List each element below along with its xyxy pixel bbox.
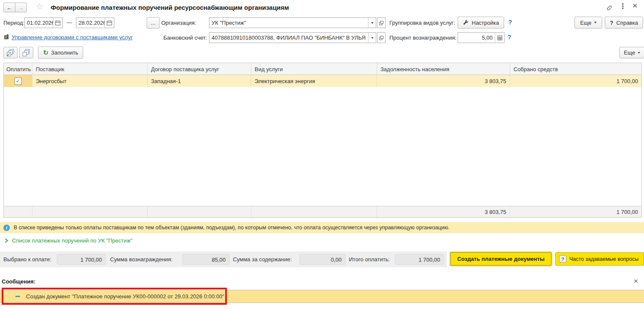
period-to-input[interactable]: 28.02.2026 xyxy=(76,17,114,28)
chevron-down-icon xyxy=(594,22,597,23)
period-more-button[interactable]: ... xyxy=(147,17,160,29)
debt-cell[interactable]: 3 803,75 xyxy=(377,75,510,87)
messages-title: Сообщения: xyxy=(2,278,35,285)
chevron-right-icon xyxy=(4,238,9,243)
grouping-help-icon[interactable]: ? xyxy=(508,19,512,26)
column-header-service[interactable]: Вид услуги xyxy=(251,63,377,75)
check-all-icon: ✓ xyxy=(7,49,14,56)
table-row[interactable]: ✓ Энергосбыт Западная-1 Электрическая эн… xyxy=(4,75,641,87)
column-header-pay[interactable]: Оплатить xyxy=(4,63,32,75)
close-icon[interactable]: × xyxy=(632,1,638,11)
total-value: 1 700,00 xyxy=(395,254,444,265)
page-title: Формирование платежных поручений ресурсо… xyxy=(51,4,289,11)
fee-value: 85,00 xyxy=(183,254,229,265)
calendar-icon[interactable] xyxy=(104,18,114,28)
table-empty-area xyxy=(4,87,641,206)
maintenance-value: 0,00 xyxy=(299,254,345,265)
chevron-down-icon[interactable] xyxy=(368,18,376,28)
more-menu-icon[interactable]: ⋮ xyxy=(619,2,626,10)
question-box-icon: ? xyxy=(559,255,566,263)
pay-checkbox[interactable]: ✓ xyxy=(15,78,22,85)
grouping-settings-label: Настройка xyxy=(472,20,499,26)
column-header-debt[interactable]: Задолженность населения xyxy=(377,63,510,75)
contract-cell[interactable]: Западная-1 xyxy=(148,75,251,87)
percent-help-icon[interactable]: ? xyxy=(508,34,511,40)
fill-button[interactable]: ↻ Заполнить xyxy=(38,46,83,59)
uncheck-all-icon xyxy=(23,49,30,56)
back-button[interactable]: ← xyxy=(3,3,15,12)
table-header-row: Оплатить Поставщик Договор поставщика ус… xyxy=(4,63,641,75)
selected-value: 1 700,00 xyxy=(57,254,106,265)
period-from-input[interactable]: 01.02.2026 xyxy=(24,17,63,28)
more-label: Еще xyxy=(624,49,635,56)
total-label: Итого оплатить: xyxy=(349,256,390,263)
percent-value[interactable]: 5,00 xyxy=(458,33,495,43)
payment-orders-link-label: Список платежных поручений по УК "Прести… xyxy=(12,237,133,244)
maintenance-label: Сумма за содержание: xyxy=(233,256,292,263)
period-label: Период: xyxy=(3,20,24,26)
contracts-icon xyxy=(3,34,9,41)
calendar-icon[interactable] xyxy=(53,18,62,28)
more-label: Еще xyxy=(580,20,591,26)
info-banner: i В списке приведены только оплаты поста… xyxy=(0,222,644,233)
payment-orders-group-link[interactable]: Список платежных поручений по УК "Прести… xyxy=(4,237,133,244)
back-arrow-icon: ← xyxy=(6,4,12,11)
collected-cell[interactable]: 1 700,00 xyxy=(510,75,641,87)
create-payment-documents-button[interactable]: Создать платежные документы xyxy=(450,252,551,266)
nav-history-group: ← → xyxy=(3,3,27,12)
organization-open-button[interactable] xyxy=(377,17,386,28)
help-label: Справка xyxy=(616,20,638,26)
check-icon: ✓ xyxy=(16,78,20,84)
organization-label: Организация: xyxy=(161,20,196,26)
more-button-top[interactable]: Еще xyxy=(574,17,602,29)
column-header-collected[interactable]: Собрано средств xyxy=(510,63,641,75)
period-from-value[interactable]: 01.02.2026 xyxy=(25,18,53,28)
check-all-button[interactable]: ✓ xyxy=(3,47,17,58)
payments-table: Оплатить Поставщик Договор поставщика ус… xyxy=(3,63,642,218)
message-row[interactable]: Создан документ "Платежное поручение УК0… xyxy=(0,290,644,303)
column-header-contract[interactable]: Договор поставщика услуг xyxy=(148,63,251,75)
period-separator: — xyxy=(67,19,72,26)
fee-label: Сумма вознаграждения: xyxy=(110,256,172,263)
organization-value[interactable]: УК "Престиж" xyxy=(209,18,368,28)
bank-account-open-button[interactable] xyxy=(377,32,386,43)
fill-label: Заполнить xyxy=(51,49,78,56)
table-totals-row: 3 803,75 1 700,00 xyxy=(4,206,641,217)
favorite-star-icon[interactable]: ☆ xyxy=(36,2,44,11)
refresh-icon: ↻ xyxy=(43,49,49,56)
chevron-down-icon xyxy=(638,52,640,54)
wrench-icon xyxy=(463,20,469,26)
uncheck-all-button[interactable] xyxy=(19,47,33,58)
service-cell[interactable]: Электрическая энергия xyxy=(251,75,377,87)
message-bullet-icon xyxy=(15,296,20,297)
bank-account-value[interactable]: 40788810910180003788, ФИЛИАЛ ПАО "БИНБАН… xyxy=(209,33,368,43)
more-button-toolbar[interactable]: Еще xyxy=(619,47,644,58)
calculator-icon[interactable] xyxy=(495,33,504,43)
info-banner-text: В списке приведены только оплаты поставщ… xyxy=(14,225,450,231)
column-header-supplier[interactable]: Поставщик xyxy=(32,63,148,75)
supplier-cell[interactable]: Энергосбыт xyxy=(32,75,148,87)
totals-collected: 1 700,00 xyxy=(510,206,641,217)
message-text: Создан документ "Платежное поручение УК0… xyxy=(26,293,224,300)
forward-arrow-icon: → xyxy=(18,4,24,11)
pay-cell: ✓ xyxy=(4,75,32,87)
messages-close-icon[interactable]: × xyxy=(634,277,638,286)
selected-label: Выбрано к оплате: xyxy=(3,256,52,263)
faq-button[interactable]: ? Часто задаваемые вопросы xyxy=(555,252,644,266)
faq-label: Часто задаваемые вопросы xyxy=(569,256,638,262)
period-to-value[interactable]: 28.02.2026 xyxy=(76,18,104,28)
totals-debt: 3 803,75 xyxy=(377,206,510,217)
percent-input[interactable]: 5,00 xyxy=(458,32,505,43)
grouping-settings-button[interactable]: Настройка xyxy=(458,17,504,29)
organization-combo[interactable]: УК "Престиж" xyxy=(209,17,376,28)
help-button[interactable]: ? Справка xyxy=(605,17,643,29)
get-link-icon[interactable] xyxy=(605,3,612,12)
question-icon: ? xyxy=(610,20,613,26)
percent-label: Процент вознаграждения: xyxy=(389,35,456,41)
contracts-management-link[interactable]: Управление договорами с поставщиками усл… xyxy=(12,34,133,40)
grouping-label: Группировка видов услуг: xyxy=(389,20,455,26)
chevron-down-icon[interactable] xyxy=(368,33,376,43)
bank-account-label: Банковский счет: xyxy=(163,35,207,41)
bank-account-combo[interactable]: 40788810910180003788, ФИЛИАЛ ПАО "БИНБАН… xyxy=(209,32,376,43)
forward-button[interactable]: → xyxy=(15,3,27,12)
